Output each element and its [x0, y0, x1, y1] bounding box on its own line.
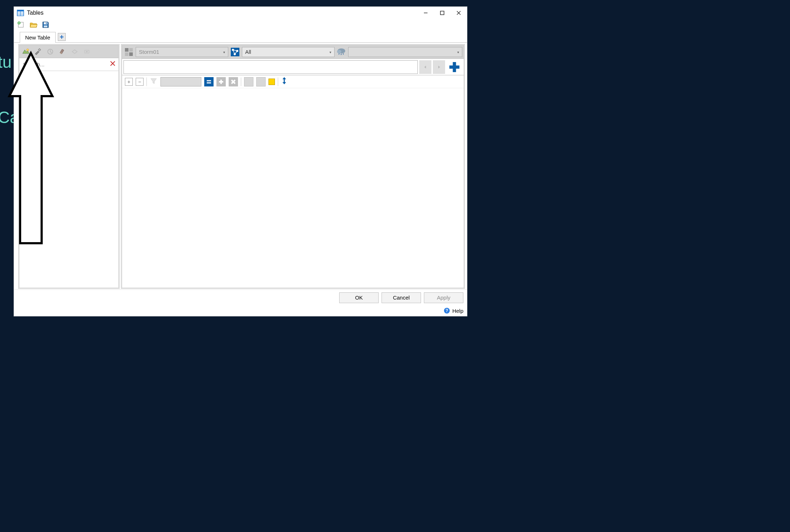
titlebar: Tables — [14, 7, 467, 19]
ok-button[interactable]: OK — [339, 292, 379, 303]
svg-rect-11 — [44, 22, 47, 24]
new-table-button[interactable] — [17, 20, 25, 29]
maximize-button[interactable] — [434, 7, 450, 19]
svg-point-14 — [27, 49, 29, 51]
tab-new-table[interactable]: New Table — [20, 32, 56, 43]
clear-search-button[interactable] — [110, 61, 116, 68]
tool2-icon[interactable] — [34, 47, 42, 56]
help-link[interactable]: Help — [452, 308, 463, 314]
svg-rect-15 — [38, 48, 41, 51]
close-button[interactable] — [450, 7, 467, 19]
svg-rect-29 — [284, 79, 285, 82]
columns-button[interactable] — [244, 77, 253, 86]
tool5-icon — [70, 47, 79, 56]
svg-rect-21 — [125, 52, 128, 56]
chevron-down-icon: ▾ — [329, 50, 331, 54]
funnel-icon[interactable] — [150, 77, 158, 86]
tables-window: Tables New Table — [14, 6, 467, 316]
show-in-plan-view-icon[interactable] — [22, 47, 30, 56]
svg-rect-22 — [129, 52, 133, 56]
main-toolbar — [14, 19, 467, 30]
network-icon[interactable] — [230, 47, 240, 57]
add-tab-button[interactable] — [58, 33, 66, 41]
tool6-icon — [83, 47, 91, 56]
equals-button[interactable] — [204, 77, 214, 86]
save-button[interactable] — [41, 20, 50, 29]
remove-filter-button[interactable] — [229, 77, 238, 86]
chevron-down-icon: ▾ — [223, 50, 225, 54]
left-toolbar — [19, 45, 118, 58]
add-filter-button[interactable] — [216, 77, 226, 86]
minimize-button[interactable] — [417, 7, 434, 19]
left-panel — [18, 44, 120, 289]
svg-rect-13 — [46, 23, 47, 24]
svg-rect-20 — [129, 48, 133, 52]
storm-select-label: Storm01 — [139, 49, 159, 55]
filter-toolbar: + − — [122, 75, 464, 88]
separator — [146, 77, 147, 86]
filter-value-input[interactable] — [160, 77, 201, 86]
chevron-down-icon: ▾ — [457, 50, 459, 54]
search-row — [19, 58, 118, 71]
open-button[interactable] — [29, 20, 38, 29]
filter-select[interactable]: All ▾ — [242, 47, 335, 57]
separator — [241, 77, 241, 86]
svg-rect-12 — [44, 25, 47, 27]
highlight-button[interactable] — [268, 79, 275, 85]
tool3-icon — [46, 47, 55, 56]
main-body: Storm01 ▾ All ▾ ▾ — [14, 43, 467, 289]
resize-vertical-icon[interactable] — [281, 76, 288, 87]
background-decor: tu — [0, 52, 11, 72]
prev-button[interactable] — [419, 60, 431, 74]
collapse-button[interactable]: − — [136, 78, 144, 86]
filter-select-label: All — [245, 49, 251, 55]
table-icon — [17, 9, 24, 17]
clear-selection-icon[interactable] — [58, 47, 67, 56]
expand-button[interactable]: + — [125, 78, 133, 86]
storm-select[interactable]: Storm01 ▾ — [136, 47, 228, 57]
separator — [278, 77, 278, 86]
rainfall-select[interactable]: ▾ — [348, 47, 462, 57]
add-button[interactable] — [447, 59, 462, 75]
svg-rect-19 — [125, 48, 128, 52]
scenario-toolbar: Storm01 ▾ All ▾ ▾ — [122, 45, 464, 59]
rain-icon[interactable] — [336, 47, 347, 57]
tab-strip: New Table — [14, 30, 467, 43]
svg-rect-6 — [440, 11, 444, 15]
dialog-footer: OK Cancel Apply — [14, 289, 467, 305]
help-icon[interactable]: ? — [444, 307, 450, 314]
window-title: Tables — [27, 10, 43, 16]
search-input[interactable] — [22, 61, 110, 68]
grid-area[interactable] — [122, 88, 464, 288]
next-button[interactable] — [433, 60, 445, 74]
tree-area[interactable] — [19, 71, 118, 288]
columns2-button[interactable] — [256, 77, 266, 86]
help-row: ? Help — [14, 305, 467, 316]
query-toolbar — [122, 59, 464, 75]
right-panel: Storm01 ▾ All ▾ ▾ — [121, 44, 465, 289]
apply-button[interactable]: Apply — [424, 292, 463, 303]
svg-text:?: ? — [445, 308, 448, 313]
query-input[interactable] — [123, 60, 418, 74]
svg-point-28 — [337, 50, 341, 53]
svg-point-18 — [86, 51, 88, 52]
scenario-icon[interactable] — [123, 47, 134, 57]
cancel-button[interactable]: Cancel — [382, 292, 421, 303]
